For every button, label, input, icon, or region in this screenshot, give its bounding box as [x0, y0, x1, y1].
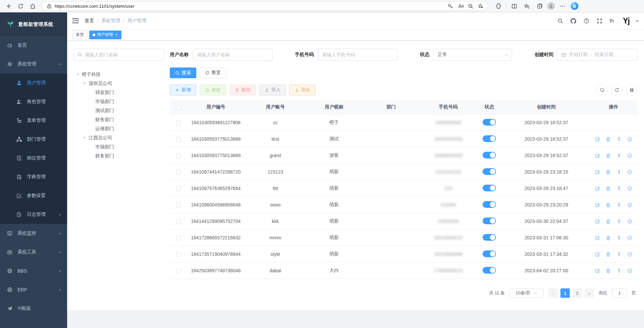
sidebar-item-dictionary[interactable]: 字典管理	[0, 168, 67, 186]
check-circle-icon[interactable]	[627, 202, 632, 207]
add-button[interactable]: 新增	[170, 85, 196, 95]
page-button-1[interactable]: 1	[560, 288, 570, 298]
search-button[interactable]: 搜索	[170, 67, 196, 78]
sidebar-item-tools[interactable]: 系统工具	[0, 243, 67, 262]
sidebar-collapse-icon[interactable]	[72, 17, 79, 25]
header-search-icon[interactable]	[557, 17, 564, 24]
check-circle-icon[interactable]	[627, 170, 632, 175]
browser-back-button[interactable]	[3, 1, 13, 11]
status-toggle[interactable]	[483, 119, 496, 126]
sidebar-item-home[interactable]: 首页	[0, 36, 67, 55]
sidebar-item-posts[interactable]: 岗位管理	[0, 149, 67, 168]
sidebar-item-parameters[interactable]: 参数设置	[0, 186, 67, 205]
status-select[interactable]: 正常	[433, 49, 512, 61]
sidebar-item-bbs[interactable]: BBS	[0, 262, 67, 280]
table-refresh-button[interactable]	[611, 84, 623, 96]
edit-icon[interactable]	[595, 137, 600, 142]
reset-password-icon[interactable]	[616, 252, 622, 257]
status-toggle[interactable]	[483, 218, 496, 224]
edit-icon[interactable]	[595, 252, 600, 257]
zoom-out-icon[interactable]	[466, 1, 475, 11]
split-screen-icon[interactable]	[509, 1, 519, 11]
edit-button[interactable]: 修改	[200, 85, 226, 95]
check-circle-icon[interactable]	[627, 268, 632, 273]
delete-icon[interactable]	[606, 153, 611, 158]
prev-page-button[interactable]: ‹	[548, 288, 558, 298]
edit-icon[interactable]	[595, 186, 600, 191]
import-button[interactable]: 导入	[259, 85, 286, 95]
delete-icon[interactable]	[606, 170, 611, 175]
check-circle-icon[interactable]	[627, 137, 632, 142]
tree-node[interactable]: 市场部门	[74, 97, 164, 106]
edit-icon[interactable]	[595, 268, 600, 273]
check-circle-icon[interactable]	[627, 235, 632, 240]
check-circle-icon[interactable]	[627, 186, 632, 191]
tree-node[interactable]: 财务部门	[74, 115, 164, 124]
user-avatar[interactable]: Yj	[620, 15, 632, 27]
table-search-toggle-button[interactable]	[596, 84, 608, 96]
row-checkbox[interactable]	[176, 170, 181, 175]
status-toggle[interactable]	[483, 185, 496, 191]
github-icon[interactable]	[570, 17, 577, 24]
edit-icon[interactable]	[595, 202, 600, 207]
delete-icon[interactable]	[606, 137, 611, 142]
delete-icon[interactable]	[606, 202, 611, 207]
tree-node[interactable]: 市场部门	[74, 142, 164, 151]
bing-copilot-icon[interactable]: b	[570, 2, 579, 10]
browser-more-icon[interactable]	[557, 1, 567, 11]
reset-password-icon[interactable]	[616, 137, 622, 142]
tree-node[interactable]: 财务部门	[74, 151, 164, 160]
row-checkbox[interactable]	[176, 121, 181, 125]
edit-icon[interactable]	[595, 170, 600, 175]
add-favorite-icon[interactable]	[476, 1, 485, 11]
check-circle-icon[interactable]	[627, 153, 632, 158]
status-toggle[interactable]	[483, 201, 496, 208]
read-aloud-icon[interactable]	[456, 1, 465, 11]
edit-icon[interactable]	[595, 235, 600, 240]
status-toggle[interactable]	[483, 250, 496, 257]
row-checkbox[interactable]	[176, 252, 181, 257]
breadcrumb-home[interactable]: 首页	[85, 18, 94, 24]
page-button-2[interactable]: 2	[573, 288, 582, 298]
table-columns-button[interactable]	[626, 84, 637, 96]
tree-node[interactable]: 测试部门	[74, 106, 164, 115]
edit-icon[interactable]	[595, 153, 600, 158]
check-circle-icon[interactable]	[627, 252, 632, 257]
favorites-icon[interactable]	[522, 1, 532, 11]
reset-password-icon[interactable]	[616, 153, 622, 158]
row-checkbox[interactable]	[176, 236, 181, 240]
delete-icon[interactable]	[606, 186, 611, 191]
collections-icon[interactable]	[535, 1, 545, 11]
password-key-icon[interactable]	[446, 1, 455, 11]
row-checkbox[interactable]	[176, 153, 181, 158]
tag-home[interactable]: 首页	[72, 31, 87, 39]
date-range-picker[interactable]: 开始日期 - 结束日期	[557, 49, 637, 61]
status-toggle[interactable]	[483, 135, 496, 142]
caret-down-icon[interactable]	[77, 73, 82, 77]
browser-reload-button[interactable]	[15, 1, 26, 11]
browser-essentials-icon[interactable]	[493, 1, 503, 11]
avatar-caret-down-icon[interactable]	[636, 20, 639, 24]
reset-button[interactable]: 重置	[200, 67, 226, 78]
delete-icon[interactable]	[606, 268, 611, 273]
reset-password-icon[interactable]	[616, 235, 622, 240]
row-checkbox[interactable]	[176, 186, 181, 191]
font-size-icon[interactable]: TT	[609, 18, 614, 24]
row-checkbox[interactable]	[176, 269, 181, 273]
sidebar-item-logs[interactable]: 日志管理	[0, 205, 67, 224]
export-button[interactable]: 导出	[289, 85, 316, 95]
sidebar-item-system[interactable]: 系统管理	[0, 55, 67, 74]
username-input[interactable]	[193, 49, 273, 61]
status-toggle[interactable]	[483, 168, 496, 175]
check-circle-icon[interactable]	[627, 219, 632, 224]
url-text[interactable]: https://ccnetcore.com:1101/system/user	[55, 4, 443, 9]
tree-node[interactable]: 江西总公司	[74, 133, 164, 142]
sidebar-item-yi-framework[interactable]: Yi框架	[0, 299, 67, 318]
sidebar-item-monitor[interactable]: 系统监控	[0, 224, 67, 243]
fullscreen-icon[interactable]	[596, 17, 603, 24]
browser-profile-avatar[interactable]	[547, 2, 555, 10]
breadcrumb-system[interactable]: 系统管理	[101, 18, 120, 24]
dept-search-input[interactable]	[74, 49, 164, 61]
goto-page-input[interactable]	[612, 288, 627, 298]
reset-password-icon[interactable]	[616, 186, 622, 191]
